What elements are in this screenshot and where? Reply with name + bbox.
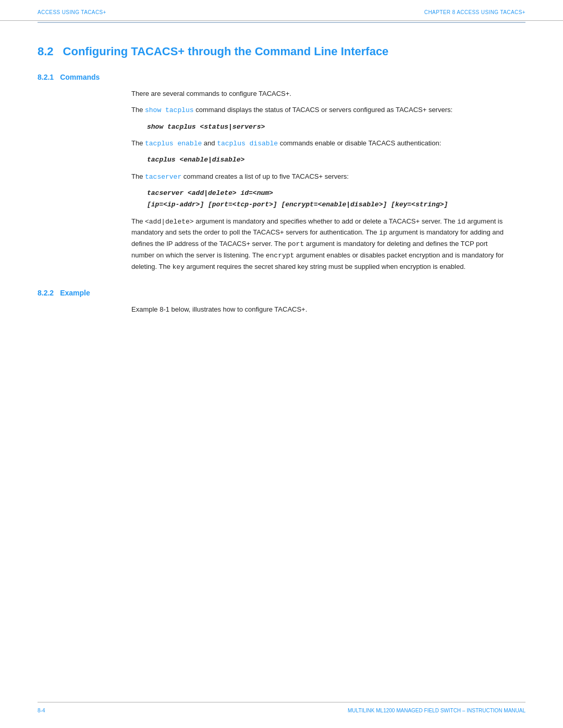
para-3: The tacplus enable and tacplus disable c… bbox=[131, 138, 510, 150]
section-82-number: 8.2 bbox=[38, 45, 54, 58]
para-2: The show tacplus command displays the st… bbox=[131, 105, 510, 116]
section-821-number: 8.2.1 bbox=[38, 73, 54, 81]
code-block-tacserver: tacserver <add|delete> id=<num> [ip=<ip-… bbox=[147, 188, 510, 211]
section-821-title: 8.2.1Commands bbox=[38, 73, 525, 81]
section-82-text: Configuring TACACS+ through the Command … bbox=[63, 45, 389, 58]
footer-doc-title: MULTILINK ML1200 MANAGED FIELD SWITCH – … bbox=[348, 708, 525, 713]
example-text: Example 8-1 below, illustrates how to co… bbox=[131, 304, 510, 315]
page: ACCESS USING TACACS+ CHAPTER 8 ACCESS US… bbox=[0, 0, 563, 728]
code-encrypt: encrypt bbox=[266, 252, 295, 260]
page-footer: 8-4 MULTILINK ML1200 MANAGED FIELD SWITC… bbox=[38, 702, 525, 713]
page-header: ACCESS USING TACACS+ CHAPTER 8 ACCESS US… bbox=[0, 0, 563, 21]
code-id: id bbox=[457, 218, 466, 226]
code-port: port bbox=[288, 240, 304, 248]
section-821-body: There are several commands to configure … bbox=[131, 89, 510, 273]
code-key: key bbox=[173, 263, 185, 271]
header-right: CHAPTER 8 ACCESS USING TACACS+ bbox=[424, 9, 525, 15]
para-1: There are several commands to configure … bbox=[131, 89, 510, 100]
header-left: ACCESS USING TACACS+ bbox=[38, 9, 106, 15]
code-tacplus-disable: tacplus disable bbox=[217, 140, 278, 147]
section-822-title: 8.2.2Example bbox=[38, 289, 525, 297]
code-tacplus-enable: tacplus enable bbox=[145, 140, 202, 147]
section-822-body: Example 8-1 below, illustrates how to co… bbox=[131, 304, 510, 315]
section-822: 8.2.2Example Example 8-1 below, illustra… bbox=[38, 289, 525, 315]
code-ip: ip bbox=[379, 229, 387, 237]
main-content: 8.2Configuring TACACS+ through the Comma… bbox=[0, 23, 563, 351]
code-tacserver: tacserver bbox=[145, 173, 181, 181]
code-block-show: show tacplus <status|servers> bbox=[147, 121, 510, 133]
para-5: The <add|delete> argument is mandatory a… bbox=[131, 216, 510, 273]
footer-page-number: 8-4 bbox=[38, 708, 45, 713]
section-822-text: Example bbox=[60, 289, 90, 297]
section-821-text: Commands bbox=[60, 73, 100, 81]
code-show-tacplus: show tacplus bbox=[145, 106, 194, 114]
code-block-tacplus: tacplus <enable|disable> bbox=[147, 154, 510, 166]
section-82-title: 8.2Configuring TACACS+ through the Comma… bbox=[38, 45, 525, 58]
para-4: The tacserver command creates a list of … bbox=[131, 171, 510, 183]
section-822-number: 8.2.2 bbox=[38, 289, 54, 297]
code-add-delete: <add|delete> bbox=[145, 218, 194, 226]
section-821: 8.2.1Commands There are several commands… bbox=[38, 73, 525, 273]
